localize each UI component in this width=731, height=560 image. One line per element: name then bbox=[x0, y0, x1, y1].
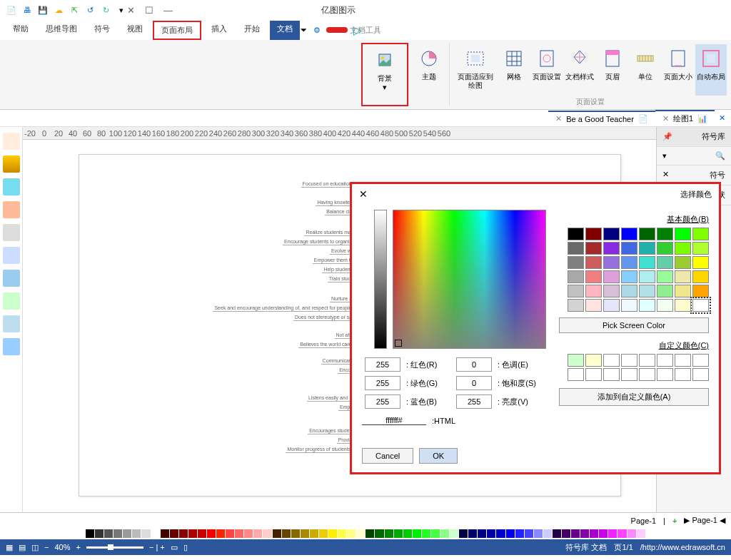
view-icon[interactable]: ▤ bbox=[19, 543, 26, 552]
color-swatch[interactable] bbox=[675, 270, 691, 283]
color-swatch[interactable] bbox=[657, 270, 673, 283]
close-icon[interactable]: ✕ bbox=[555, 114, 562, 123]
html-input[interactable] bbox=[362, 416, 426, 425]
close-panel-icon[interactable]: ✕ bbox=[719, 113, 725, 123]
tab-page-layout[interactable]: 页面布局 bbox=[153, 21, 201, 40]
color-swatch[interactable] bbox=[603, 228, 620, 240]
color-swatch[interactable] bbox=[603, 256, 620, 269]
color-swatch[interactable] bbox=[621, 228, 637, 240]
custom-swatch[interactable] bbox=[692, 354, 709, 367]
custom-swatch[interactable] bbox=[585, 354, 602, 367]
custom-swatch[interactable] bbox=[603, 368, 620, 381]
ribbon-theme[interactable]: 主题 bbox=[413, 44, 445, 96]
cancel-button[interactable]: Cancel bbox=[362, 448, 413, 464]
tool-icon[interactable] bbox=[3, 178, 20, 195]
right-panel-search[interactable]: 🔍▾ bbox=[657, 147, 731, 166]
tab-insert[interactable]: 插入 bbox=[204, 21, 234, 40]
add-page-button[interactable]: + bbox=[672, 516, 677, 525]
tool-icon[interactable] bbox=[3, 247, 20, 264]
tool-icon[interactable] bbox=[3, 270, 20, 287]
color-swatch[interactable] bbox=[639, 242, 655, 255]
status-right[interactable]: 符号库 文档 bbox=[565, 542, 607, 553]
color-swatch[interactable] bbox=[585, 270, 602, 283]
custom-swatch[interactable] bbox=[621, 354, 637, 367]
red-input[interactable] bbox=[365, 357, 400, 372]
view-icon[interactable]: ▭ bbox=[171, 543, 178, 552]
close-icon[interactable]: ✕ bbox=[662, 114, 669, 123]
tab-start[interactable]: 开始 bbox=[237, 21, 267, 40]
qat-save-icon[interactable]: 💾 bbox=[37, 4, 49, 16]
color-swatch[interactable] bbox=[639, 285, 655, 297]
ribbon-background[interactable]: 背景▾ bbox=[369, 46, 400, 97]
qat-print-icon[interactable]: 🖶 bbox=[21, 4, 33, 16]
ribbon-grid[interactable]: 网格 bbox=[498, 44, 530, 96]
doc-tab-2[interactable]: 📄 Be a Good Teacher ✕ bbox=[548, 111, 655, 126]
doc-tab-1[interactable]: 📊 绘图1 ✕ bbox=[655, 110, 715, 126]
page-tab[interactable]: Page-1 bbox=[631, 516, 656, 525]
page-nav[interactable]: ◀ Page-1 ▶ bbox=[684, 516, 725, 525]
color-strip[interactable] bbox=[0, 528, 731, 539]
color-swatch[interactable] bbox=[568, 270, 584, 283]
ribbon-auto-layout[interactable]: 自动布局 bbox=[695, 44, 727, 96]
color-swatch[interactable] bbox=[568, 299, 584, 312]
color-swatch[interactable] bbox=[585, 256, 602, 269]
gradient-marker[interactable] bbox=[395, 340, 402, 347]
custom-swatch[interactable] bbox=[657, 368, 673, 381]
view-icon[interactable]: ▯ bbox=[183, 543, 188, 552]
color-swatch[interactable] bbox=[568, 285, 584, 297]
ribbon-fit-page[interactable]: 页面适应到绘图 bbox=[454, 44, 497, 96]
ribbon-doc-style[interactable]: 文档样式 bbox=[564, 44, 595, 96]
ribbon-units[interactable]: 单位 bbox=[630, 44, 661, 96]
color-swatch[interactable] bbox=[585, 228, 602, 240]
qat-redo-icon[interactable]: ↻ bbox=[100, 4, 111, 16]
tab-symbols[interactable]: 符号 bbox=[87, 21, 117, 40]
custom-swatch[interactable] bbox=[657, 354, 673, 367]
green-input[interactable] bbox=[365, 376, 400, 390]
minimize-icon[interactable]: — bbox=[163, 5, 173, 16]
pick-screen-button[interactable]: Pick Screen Color bbox=[559, 317, 709, 333]
dropdown-icon[interactable]: ⏷ bbox=[300, 26, 308, 34]
color-swatch[interactable] bbox=[621, 242, 637, 255]
color-swatch[interactable] bbox=[675, 242, 691, 255]
tool-icon[interactable] bbox=[3, 201, 20, 218]
color-swatch[interactable] bbox=[639, 270, 655, 283]
zoom-in-icon[interactable]: + bbox=[76, 543, 80, 551]
color-swatch[interactable] bbox=[603, 285, 620, 297]
color-swatch[interactable] bbox=[657, 285, 673, 297]
custom-swatch[interactable] bbox=[692, 368, 709, 381]
close-icon[interactable]: ✕ bbox=[359, 188, 368, 200]
tool-icon[interactable] bbox=[3, 156, 20, 173]
color-swatch[interactable] bbox=[675, 228, 691, 240]
add-custom-button[interactable]: 添加到自定义颜色(A) bbox=[559, 388, 709, 406]
color-swatch[interactable] bbox=[657, 242, 673, 255]
color-swatch[interactable] bbox=[621, 256, 637, 269]
color-swatch[interactable] bbox=[585, 285, 602, 297]
color-swatch[interactable] bbox=[675, 256, 691, 269]
color-swatch[interactable] bbox=[692, 299, 709, 312]
grid-icon[interactable]: ▦ bbox=[6, 543, 13, 552]
color-swatch[interactable] bbox=[568, 242, 584, 255]
custom-swatch[interactable] bbox=[603, 354, 620, 367]
tool-icon[interactable] bbox=[3, 338, 20, 355]
qat-cloud-icon[interactable]: ☁ bbox=[53, 4, 64, 16]
color-swatch[interactable] bbox=[603, 242, 620, 255]
color-swatch[interactable] bbox=[675, 285, 691, 297]
custom-swatch[interactable] bbox=[568, 368, 584, 381]
color-swatch[interactable] bbox=[621, 299, 637, 312]
color-swatch[interactable] bbox=[603, 270, 620, 283]
color-swatch[interactable] bbox=[692, 256, 709, 269]
custom-swatch[interactable] bbox=[568, 354, 584, 367]
view-icon[interactable]: ◫ bbox=[31, 543, 39, 552]
custom-swatch[interactable] bbox=[621, 368, 637, 381]
color-swatch[interactable] bbox=[621, 270, 637, 283]
custom-swatch[interactable] bbox=[585, 368, 602, 381]
color-swatch[interactable] bbox=[657, 228, 673, 240]
hue-input[interactable] bbox=[456, 357, 492, 372]
blue-input[interactable] bbox=[365, 394, 400, 409]
color-swatch[interactable] bbox=[585, 242, 602, 255]
color-swatch[interactable] bbox=[639, 228, 655, 240]
val-input[interactable] bbox=[456, 394, 492, 409]
tool-icon[interactable] bbox=[3, 224, 20, 241]
close-icon[interactable]: ✕ bbox=[662, 170, 669, 180]
color-swatch[interactable] bbox=[657, 256, 673, 269]
